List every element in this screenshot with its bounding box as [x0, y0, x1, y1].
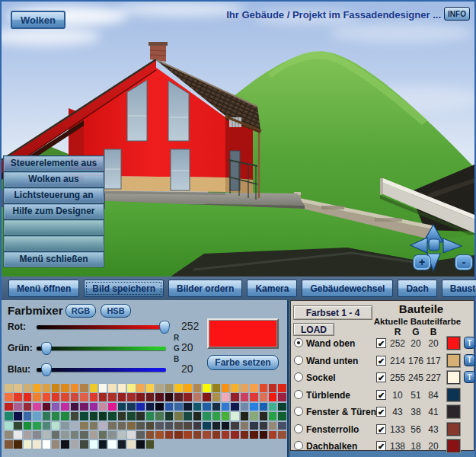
- palette-swatch[interactable]: [184, 384, 192, 392]
- palette-swatch[interactable]: [136, 422, 145, 430]
- palette-swatch[interactable]: [250, 403, 258, 411]
- palette-swatch[interactable]: [14, 440, 22, 449]
- palette-swatch[interactable]: [108, 431, 117, 439]
- palette-swatch[interactable]: [241, 393, 249, 401]
- palette-swatch[interactable]: [193, 393, 202, 401]
- texture-button[interactable]: T: [464, 337, 475, 349]
- palette-swatch[interactable]: [184, 422, 192, 430]
- palette-swatch[interactable]: [155, 393, 164, 401]
- palette-swatch[interactable]: [71, 393, 79, 401]
- palette-swatch[interactable]: [24, 403, 32, 411]
- palette-swatch[interactable]: [222, 393, 230, 401]
- checkbox-fensterrollo[interactable]: ✔: [376, 424, 386, 434]
- palette-swatch[interactable]: [52, 403, 60, 411]
- palette-swatch[interactable]: [90, 431, 98, 439]
- palette-swatch[interactable]: [212, 393, 221, 401]
- palette-swatch[interactable]: [5, 403, 13, 411]
- palette-swatch[interactable]: [203, 431, 211, 439]
- palette-swatch[interactable]: [278, 384, 286, 392]
- palette-swatch[interactable]: [193, 422, 202, 430]
- palette-swatch[interactable]: [222, 412, 230, 420]
- palette-swatch[interactable]: [71, 422, 79, 430]
- palette-swatch[interactable]: [118, 403, 126, 411]
- toolbar-button-dach[interactable]: Dach: [398, 280, 436, 297]
- palette-swatch[interactable]: [61, 440, 69, 449]
- palette-swatch[interactable]: [174, 412, 183, 420]
- palette-swatch[interactable]: [90, 412, 98, 420]
- palette-swatch[interactable]: [269, 431, 277, 439]
- palette-swatch[interactable]: [24, 431, 32, 439]
- palette-swatch[interactable]: [146, 412, 155, 420]
- toolbar-button-baustoffe-ändern[interactable]: Baustoffe ändern: [442, 280, 476, 297]
- slider-thumb[interactable]: [41, 342, 52, 355]
- palette-swatch[interactable]: [90, 403, 98, 411]
- slider-thumb[interactable]: [159, 321, 170, 334]
- palette-swatch[interactable]: [5, 384, 13, 392]
- palette-swatch[interactable]: [5, 440, 13, 449]
- palette-swatch[interactable]: [146, 431, 155, 439]
- nav-right-arrow[interactable]: [443, 238, 462, 253]
- palette-swatch[interactable]: [43, 422, 51, 430]
- palette-swatch[interactable]: [71, 440, 79, 449]
- palette-swatch[interactable]: [165, 422, 174, 430]
- palette-swatch[interactable]: [174, 403, 183, 411]
- palette-swatch[interactable]: [250, 422, 258, 430]
- palette-swatch[interactable]: [33, 384, 41, 392]
- palette-swatch[interactable]: [14, 422, 22, 430]
- palette-swatch[interactable]: [212, 384, 221, 392]
- palette-swatch[interactable]: [193, 403, 202, 411]
- palette-swatch[interactable]: [80, 384, 88, 392]
- palette-swatch[interactable]: [250, 384, 258, 392]
- palette-swatch[interactable]: [269, 403, 277, 411]
- toolbar-button-menü-öffnen[interactable]: Menü öffnen: [8, 280, 79, 297]
- checkbox-sockel[interactable]: ✔: [376, 372, 386, 382]
- toolbar-button-bild-speichern[interactable]: Bild speichern: [84, 280, 164, 297]
- palette-swatch[interactable]: [108, 422, 117, 430]
- palette-swatch[interactable]: [5, 412, 13, 420]
- palette-swatch[interactable]: [165, 403, 174, 411]
- palette-swatch[interactable]: [203, 393, 211, 401]
- palette-swatch[interactable]: [80, 412, 88, 420]
- palette-swatch[interactable]: [193, 412, 202, 420]
- palette-swatch[interactable]: [108, 384, 117, 392]
- palette-swatch[interactable]: [250, 412, 258, 420]
- palette-swatch[interactable]: [99, 403, 107, 411]
- palette-swatch[interactable]: [118, 422, 126, 430]
- palette-swatch[interactable]: [61, 403, 69, 411]
- slider-track[interactable]: [37, 347, 166, 350]
- palette-swatch[interactable]: [174, 431, 183, 439]
- radio-sockel[interactable]: [294, 372, 303, 382]
- checkbox-fenster-türen[interactable]: ✔: [376, 407, 386, 417]
- palette-swatch[interactable]: [231, 384, 239, 392]
- palette-swatch[interactable]: [212, 412, 221, 420]
- palette-swatch[interactable]: [127, 403, 136, 411]
- palette-swatch[interactable]: [24, 393, 32, 401]
- palette-swatch[interactable]: [146, 422, 155, 430]
- palette-swatch[interactable]: [260, 422, 268, 430]
- palette-swatch[interactable]: [184, 403, 192, 411]
- menu-button-hilfe-zum-designer[interactable]: Hilfe zum Designer: [4, 204, 104, 219]
- palette-swatch[interactable]: [269, 393, 277, 401]
- palette-swatch[interactable]: [80, 422, 88, 430]
- palette-swatch[interactable]: [71, 384, 79, 392]
- palette-swatch[interactable]: [193, 384, 202, 392]
- palette-swatch[interactable]: [108, 440, 117, 449]
- palette-swatch[interactable]: [5, 422, 13, 430]
- palette-swatch[interactable]: [165, 412, 174, 420]
- palette-swatch[interactable]: [118, 440, 126, 449]
- palette-swatch[interactable]: [127, 440, 136, 449]
- farbset-button[interactable]: Farbset 1 - 4: [293, 305, 372, 320]
- palette-swatch[interactable]: [155, 422, 164, 430]
- palette-swatch[interactable]: [260, 431, 268, 439]
- palette-swatch[interactable]: [222, 384, 230, 392]
- palette-swatch[interactable]: [203, 422, 211, 430]
- palette-swatch[interactable]: [146, 403, 155, 411]
- palette-swatch[interactable]: [90, 384, 98, 392]
- checkbox-dachbalken[interactable]: ✔: [376, 441, 386, 451]
- palette-swatch[interactable]: [222, 431, 230, 439]
- menu-button-empty[interactable]: [4, 236, 104, 251]
- palette-swatch[interactable]: [99, 440, 107, 449]
- palette-swatch[interactable]: [136, 431, 145, 439]
- palette-swatch[interactable]: [231, 403, 239, 411]
- checkbox-wand-oben[interactable]: ✔: [376, 338, 386, 348]
